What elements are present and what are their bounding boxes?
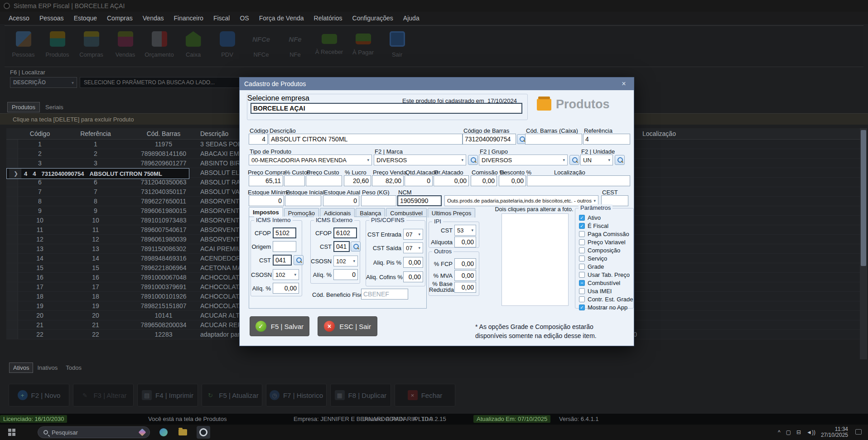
save-button[interactable]: ✓ F5 | Salvar bbox=[250, 316, 309, 336]
list-tab[interactable]: Produtos bbox=[7, 102, 40, 112]
ext-aliq-input[interactable] bbox=[333, 269, 358, 280]
int-cfop-input[interactable] bbox=[273, 227, 296, 238]
preco-compra-input[interactable] bbox=[249, 175, 283, 186]
param-checkbox[interactable]: Mostrar no App bbox=[579, 304, 633, 311]
ext-csosn-select[interactable]: 102▾ bbox=[333, 256, 358, 266]
menu-item[interactable]: Financeiro bbox=[169, 13, 208, 24]
ext-cfop-input[interactable] bbox=[333, 227, 357, 238]
dialog-tab[interactable]: Promoção bbox=[284, 208, 319, 218]
tray-teams-icon[interactable]: ▢ bbox=[786, 429, 791, 435]
descricao-input[interactable] bbox=[269, 134, 463, 145]
desconto-input[interactable] bbox=[499, 175, 526, 186]
vertical-scrollbar[interactable] bbox=[860, 128, 867, 359]
param-checkbox[interactable]: Grade bbox=[579, 263, 633, 271]
action-button[interactable]: F8 | Duplicar bbox=[330, 384, 391, 406]
dialog-tab[interactable]: Ultimos Preços bbox=[428, 208, 475, 218]
empresa-input[interactable] bbox=[251, 103, 522, 114]
cst-entrada-select[interactable]: 07▾ bbox=[403, 229, 423, 240]
notification-icon[interactable] bbox=[855, 429, 862, 435]
cod-barras-input[interactable] bbox=[463, 134, 516, 145]
header-referencia[interactable]: Referência bbox=[62, 128, 130, 139]
preco-custo-input[interactable] bbox=[306, 175, 342, 186]
pct-custos-input[interactable] bbox=[284, 175, 305, 186]
param-checkbox[interactable]: Serviço bbox=[579, 255, 633, 262]
param-checkbox[interactable]: Ativo bbox=[579, 214, 633, 222]
estoque-minimo-input[interactable] bbox=[249, 195, 284, 206]
tipo-select[interactable]: 00-MERCADORIA PARA REVENDA▾ bbox=[249, 155, 372, 165]
peso-input[interactable] bbox=[361, 195, 396, 206]
copilot-icon[interactable] bbox=[157, 426, 170, 439]
toolbar-button[interactable]: Sair bbox=[380, 29, 414, 66]
close-icon[interactable]: × bbox=[618, 80, 629, 88]
estoque-inicial-input[interactable] bbox=[285, 195, 321, 206]
ncm-desc-select[interactable]: Outs.prods.de padaria,pastelaria,inds.de… bbox=[444, 195, 598, 206]
product-photo[interactable] bbox=[502, 213, 569, 306]
action-button[interactable]: F4 | Imprimir bbox=[137, 384, 198, 406]
param-checkbox[interactable]: Usar Tab. Preço bbox=[579, 271, 633, 279]
param-checkbox[interactable]: Contr. Est. Grade bbox=[579, 295, 633, 303]
grupo-search-icon[interactable] bbox=[569, 155, 579, 165]
aliq-pis-input[interactable] bbox=[403, 257, 423, 268]
int-aliq-input[interactable] bbox=[273, 283, 299, 294]
param-checkbox[interactable]: É Fiscal bbox=[579, 222, 633, 230]
marca-search-icon[interactable] bbox=[468, 155, 478, 165]
table-row[interactable]: 4 4 7312040090754 ABSOLUT CITRON 750ML bbox=[6, 168, 189, 179]
toolbar-button[interactable]: Pessoas bbox=[6, 29, 40, 66]
mva-input[interactable] bbox=[454, 270, 476, 281]
action-button[interactable]: F2 | Novo bbox=[9, 384, 69, 406]
taskbar-search[interactable]: Pesquisar bbox=[38, 426, 150, 438]
menu-item[interactable]: Compras bbox=[102, 13, 138, 24]
codigo-input[interactable] bbox=[249, 134, 268, 145]
base-reduzida-input[interactable] bbox=[454, 282, 476, 293]
list-tab[interactable]: Seriais bbox=[41, 102, 68, 112]
param-checkbox[interactable]: Composição bbox=[579, 247, 633, 254]
menu-item[interactable]: Acesso bbox=[4, 13, 34, 24]
menu-item[interactable]: Estoque bbox=[69, 13, 102, 24]
toolbar-button[interactable]: Produtos bbox=[40, 29, 74, 66]
cod-barras-caixa-input[interactable] bbox=[525, 134, 582, 145]
fcp-input[interactable] bbox=[454, 258, 476, 269]
cst-saida-select[interactable]: 07▾ bbox=[403, 242, 423, 253]
param-checkbox[interactable]: Paga Comissão bbox=[579, 230, 633, 238]
ncm-input[interactable] bbox=[397, 195, 442, 206]
action-button[interactable]: F5 | Atualizar bbox=[202, 384, 262, 406]
pr-atacado-input[interactable] bbox=[434, 175, 469, 186]
toolbar-button[interactable]: NFCe NFCe bbox=[244, 29, 278, 66]
filter-tab[interactable]: Inativos bbox=[33, 363, 62, 373]
action-button[interactable]: F7 | Historico bbox=[266, 384, 327, 406]
dialog-tab[interactable]: Impostos bbox=[249, 207, 283, 218]
menu-item[interactable]: Vendas bbox=[138, 13, 169, 24]
param-checkbox[interactable]: Usa IMEI bbox=[579, 287, 633, 295]
preco-venda-input[interactable] bbox=[372, 175, 404, 186]
toolbar-button[interactable]: NFe NFe bbox=[278, 29, 312, 66]
scrollbar-thumb[interactable] bbox=[861, 130, 866, 266]
qtd-atacado-input[interactable] bbox=[405, 175, 433, 186]
pct-lucro-input[interactable] bbox=[344, 175, 371, 186]
header-localizacao[interactable]: Localização bbox=[640, 128, 860, 139]
action-button[interactable]: F3 | Alterar bbox=[73, 384, 134, 406]
toolbar-button[interactable]: Vendas bbox=[108, 29, 142, 66]
tray-network-icon[interactable]: ⊟ bbox=[796, 429, 801, 435]
param-checkbox[interactable]: Preço Variavel bbox=[579, 238, 633, 246]
toolbar-button[interactable]: PDV bbox=[210, 29, 244, 66]
ext-cst-input[interactable] bbox=[333, 241, 350, 252]
header-barras[interactable]: Cód. Barras bbox=[130, 128, 198, 139]
ipi-aliquota-input[interactable] bbox=[454, 237, 476, 247]
toolbar-button[interactable]: Orçamento bbox=[142, 29, 176, 66]
referencia-input[interactable] bbox=[583, 134, 630, 145]
toolbar-button[interactable]: À Receber bbox=[312, 29, 346, 66]
menu-item[interactable]: Fiscal bbox=[208, 13, 235, 24]
aliq-cofins-input[interactable] bbox=[403, 271, 423, 282]
dialog-tab[interactable]: Balança bbox=[356, 208, 385, 218]
dialog-tab[interactable]: Combustivel bbox=[386, 208, 427, 218]
windows-start-icon[interactable] bbox=[8, 429, 15, 436]
erp-app-icon[interactable] bbox=[197, 426, 210, 439]
ext-cst-search-icon[interactable] bbox=[351, 242, 361, 251]
menu-item[interactable]: Força de Venda bbox=[254, 13, 309, 24]
exit-button[interactable]: × ESC | Sair bbox=[318, 316, 377, 336]
filter-tab[interactable]: Todos bbox=[62, 363, 86, 373]
tray-volume-icon[interactable]: ◄)) bbox=[806, 429, 815, 435]
comissao-input[interactable] bbox=[471, 175, 497, 186]
toolbar-button[interactable]: À Pagar bbox=[346, 29, 380, 66]
menu-item[interactable]: OS bbox=[235, 13, 254, 24]
